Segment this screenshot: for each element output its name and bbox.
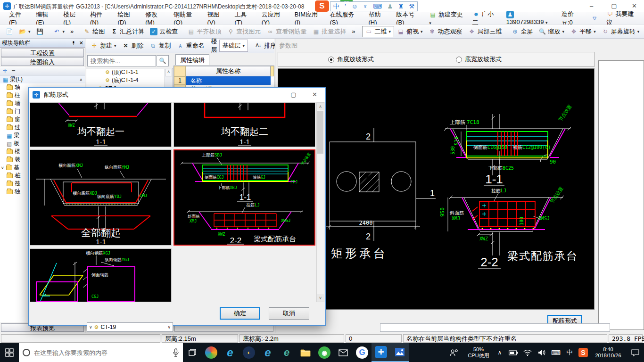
taskbar-app-ie[interactable]: e [221, 343, 239, 362]
tray-people-icon[interactable] [445, 343, 464, 362]
new-file-button[interactable]: 📄 [3, 26, 16, 37]
pin-icon[interactable]: 🖈 [71, 40, 76, 46]
taskbar-search-box[interactable] [19, 343, 183, 362]
tray-ime-mode[interactable]: 中 [563, 343, 576, 362]
floor-select[interactable]: 基础层▾ [219, 40, 248, 52]
taskbar-app-file-explorer[interactable] [296, 343, 315, 362]
taskbar-search-input[interactable] [34, 349, 169, 356]
taskbar-app-green[interactable]: ◉ [315, 343, 334, 362]
scroll-thumb[interactable] [317, 111, 323, 154]
draw-input-button[interactable]: 绘图输入 [1, 58, 84, 66]
close-panel-icon[interactable]: ✕ [79, 40, 83, 46]
rebar-form-dialog: ✛ 配筋形式 – ▢ ✕ XWZ 均不翻起一 1-1 均不翻起二 [28, 87, 326, 326]
radio-width-slope[interactable]: 底宽放坡形式 [456, 55, 502, 64]
thumb4-note: 节点设置 [300, 152, 312, 166]
task-view-button[interactable] [183, 343, 202, 362]
dialog-minimize-button[interactable]: – [262, 89, 283, 101]
rename-component-button[interactable]: ᴀ重命名 [174, 40, 207, 51]
thumb1-sub: 1-1 [96, 138, 106, 146]
view-mode-select[interactable]: ▭二维▾ [362, 26, 395, 37]
dialog-maximize-button[interactable]: ▢ [283, 89, 304, 101]
cloud-check-icon: ✓ [150, 28, 157, 35]
taskbar-app-browser-e[interactable]: e [277, 343, 296, 362]
thumb-quanbufanqi[interactable]: 横向面筋XMJ 纵向面筋YMJ 横向底筋XDJ 纵向底筋YDJ CMJ [30, 149, 172, 246]
action-center-button[interactable] [626, 343, 644, 362]
tray-chevron-up[interactable]: ∧ [493, 343, 506, 362]
copy-component-button[interactable]: ⧉复制 [147, 40, 174, 51]
draw-mode-button[interactable]: ✎绘图 [80, 26, 107, 37]
dialog-ok-button[interactable]: 确定 [220, 307, 260, 320]
dialog-cancel-button[interactable]: 取消 [269, 307, 309, 320]
find-element-button[interactable]: ⚲查找图元 [224, 26, 264, 37]
toolbar-overflow-2[interactable]: » [349, 26, 358, 36]
thumb-junbufanqi-1[interactable]: XWZ 均不翻起一 1-1 [30, 102, 172, 147]
fullscreen-button[interactable]: ⊕全屏 [509, 26, 536, 37]
tray-touch-keyboard-icon[interactable]: ⌨ [549, 343, 563, 362]
tray-volume-icon[interactable] [535, 343, 549, 362]
component-item-bottom[interactable]: ⚙(底)CT-1-4 [86, 76, 173, 84]
rotate-screen-button[interactable]: ↻屏幕旋转▾ [599, 26, 643, 37]
radio-angle-slope[interactable]: 角度放坡形式 [328, 55, 374, 64]
new-plus-icon: ✛ [91, 42, 98, 49]
undo-button[interactable]: ↶▾ [50, 26, 68, 37]
search-icon[interactable]: 🔍 [157, 55, 169, 66]
save-button[interactable]: 💾 [33, 26, 47, 37]
cube-icon: ⬓ [397, 28, 405, 35]
cloud-check-button[interactable]: ✓云检查 [147, 26, 181, 37]
view-rebar-button[interactable]: ∞查看钢筋量 [264, 26, 309, 37]
mic-icon[interactable] [173, 348, 179, 357]
orbit-button[interactable]: ✾动态观察 [426, 26, 465, 37]
module-nav-title: 模块导航栏 [2, 39, 71, 47]
taskbar-app-chrome[interactable]: G [353, 343, 372, 362]
scroll-down-icon[interactable]: ∨ [317, 294, 324, 302]
zoom-button[interactable]: 🔍缩放▾ [536, 26, 568, 37]
thumb4-name: 梁式配筋承台 [254, 235, 296, 243]
local-3d-button[interactable]: ❖局部三维 [465, 26, 505, 37]
taskbar-app-sogou-browser[interactable] [202, 343, 221, 362]
tray-wifi-icon[interactable] [520, 343, 535, 362]
dialog-title: 配筋形式 [44, 90, 262, 99]
toolbar-overflow[interactable]: » [67, 26, 76, 36]
align-slab-top-button[interactable]: ▤平齐板顶 [184, 26, 224, 37]
new-component-button[interactable]: ✛新建▾ [88, 40, 119, 51]
scroll-up-icon[interactable]: ∧ [317, 103, 324, 110]
collapse-all-icon[interactable]: ━ [12, 68, 15, 74]
taskbar-app-mail[interactable] [334, 343, 353, 362]
taskbar-app-360[interactable]: ◐ [239, 343, 258, 362]
expand-all-icon[interactable]: ✛ [3, 68, 7, 74]
taskbar-app-photos[interactable] [390, 343, 409, 362]
tray-sogou-icon[interactable]: S [576, 343, 590, 362]
dialog-close-button[interactable]: ✕ [304, 89, 325, 101]
tree-item-beam-header[interactable]: ▦ 梁(L) ∧ [0, 75, 85, 83]
property-row-name[interactable]: 名称 [186, 76, 271, 85]
taskbar-app-glodon-ggj[interactable]: ✛ [372, 343, 390, 362]
tray-battery-icon[interactable] [506, 343, 520, 362]
summarize-button[interactable]: Σ汇总计算 [107, 26, 147, 37]
current-component-selector[interactable]: ∨⚙ CT-19∨ [87, 322, 173, 332]
top-view-button[interactable]: ⬓俯视▾ [394, 26, 426, 37]
delete-component-button[interactable]: ✕删除 [119, 40, 147, 51]
component-item-top[interactable]: ⚙(顶)CT-1-1 [86, 68, 173, 76]
open-file-button[interactable]: 📂▾ [16, 26, 33, 37]
sec1-stirrup-label: 箍筋C12@100(6) [513, 145, 551, 150]
thumb-junbufanqi-2[interactable]: 均不翻起二 1-1 [173, 102, 315, 147]
search-component-input[interactable] [87, 55, 156, 66]
component-icon: ⚙ [94, 324, 99, 330]
thumb-plan-rebar[interactable]: 横向钢筋XGJ 纵向钢筋YGJ 侧面钢筋 CGJ [30, 248, 172, 302]
pan-button[interactable]: ✥平移▾ [567, 26, 599, 37]
thumb-liangshi-selected[interactable]: 上部筋SBJ 侧面筋CGJ [173, 149, 315, 246]
property-tab[interactable]: 属性编辑 [175, 54, 209, 65]
start-button[interactable] [0, 343, 19, 362]
thumb3-cmj-label: CMJ [140, 193, 147, 198]
speaker-icon [538, 349, 546, 356]
dialog-title-bar[interactable]: ✛ 配筋形式 – ▢ ✕ [29, 88, 325, 102]
dialog-scrollbar[interactable]: ∧ ∨ [316, 102, 324, 302]
radio-off-icon [456, 57, 462, 63]
tray-clock[interactable]: 8:402018/10/26 [590, 346, 626, 359]
notification-bell-icon[interactable]: 🜄 [587, 13, 602, 24]
zoom-icon: 🔍 [539, 28, 546, 35]
batch-select-button[interactable]: ▦批量选择 [309, 26, 349, 37]
project-settings-button[interactable]: 工程设置 [1, 49, 84, 57]
taskbar-app-edge[interactable]: e [258, 343, 277, 362]
tray-cpu-usage[interactable]: 50%CPU使用 [464, 346, 493, 359]
